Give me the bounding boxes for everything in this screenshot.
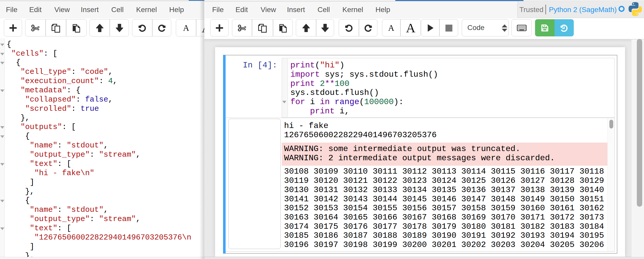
- svg-text:A: A: [183, 23, 189, 33]
- svg-text:A: A: [406, 22, 415, 34]
- svg-text:A: A: [388, 23, 394, 33]
